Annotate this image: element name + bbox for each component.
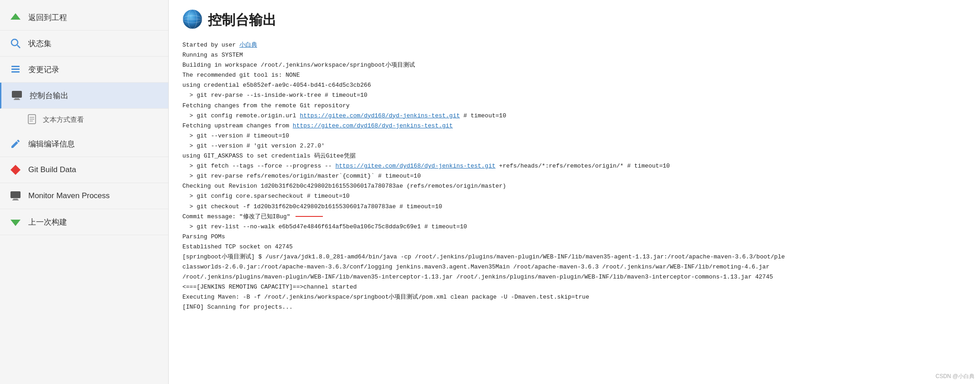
- console-line: [springboot小项目测试] $ /usr/java/jdk1.8.0_2…: [182, 252, 966, 262]
- watermark: CSDN @小白典: [935, 373, 975, 380]
- svg-rect-7: [15, 98, 19, 99]
- console-output: Started by user 小白典 Running as SYSTEM Bu…: [182, 40, 966, 313]
- console-line: Parsing POMs: [182, 232, 966, 242]
- console-line: Established TCP socket on 42745: [182, 242, 966, 252]
- sidebar-item-back-to-project[interactable]: 返回到工程: [0, 5, 168, 31]
- svg-rect-14: [10, 191, 21, 198]
- list-icon: [9, 63, 22, 76]
- sidebar-item-label: 文本方式查看: [43, 116, 84, 124]
- console-line: > git --version # 'git version 2.27.0': [182, 141, 966, 151]
- page-title: 控制台输出: [208, 11, 276, 30]
- sidebar-item-label: Monitor Maven Process: [28, 191, 110, 200]
- search-icon: [9, 37, 22, 50]
- diamond-red-icon: [9, 163, 22, 176]
- svg-rect-5: [11, 71, 20, 73]
- svg-rect-6: [12, 91, 22, 98]
- svg-rect-3: [11, 66, 20, 67]
- sidebar-item-edit-build-info[interactable]: 编辑编译信息: [0, 131, 168, 157]
- sidebar-item-label: 返回到工程: [28, 12, 67, 23]
- gitee-link-2[interactable]: https://gitee.com/dyd168/dyd-jenkins-tes…: [293, 122, 453, 129]
- svg-rect-4: [11, 68, 20, 70]
- console-line: /root/.jenkins/plugins/maven-plugin/WEB-…: [182, 272, 966, 282]
- user-link[interactable]: 小白典: [239, 42, 257, 48]
- console-line: Checking out Revision 1d20b31f62b0c42980…: [182, 181, 966, 191]
- console-line: [INFO] Scanning for projects...: [182, 302, 966, 312]
- svg-rect-16: [12, 200, 19, 200]
- console-line: Fetching changes from the remote Git rep…: [182, 101, 966, 111]
- sidebar-item-git-build-data[interactable]: Git Build Data: [0, 157, 168, 183]
- svg-marker-13: [10, 165, 21, 175]
- commit-arrow: [296, 216, 323, 217]
- sidebar-item-label: 状态集: [28, 38, 52, 49]
- globe-icon: [182, 9, 202, 31]
- svg-marker-17: [10, 220, 21, 226]
- console-line: > git rev-parse refs/remotes/origin/mast…: [182, 171, 966, 181]
- sidebar: 返回到工程 状态集 变更记录 控制: [0, 0, 169, 384]
- console-line: Executing Maven: -B -f /root/.jenkins/wo…: [182, 292, 966, 302]
- console-line: > git checkout -f 1d20b31f62b0c429802b16…: [182, 202, 966, 212]
- console-line: > git rev-list --no-walk e6b5d47e4846f61…: [182, 222, 966, 232]
- arrow-down-green-icon: [9, 216, 22, 228]
- console-line: > git rev-parse --is-inside-work-tree # …: [182, 90, 966, 100]
- sidebar-item-label: Git Build Data: [28, 165, 76, 174]
- gitee-link-1[interactable]: https://gitee.com/dyd168/dyd-jenkins-tes…: [300, 112, 460, 119]
- console-line: Building in workspace /root/.jenkins/wor…: [182, 60, 966, 70]
- arrow-up-green-icon: [9, 11, 22, 24]
- doc-icon: [27, 114, 36, 126]
- svg-rect-8: [14, 99, 20, 100]
- console-line: classworlds-2.6.0.jar:/root/apache-maven…: [182, 262, 966, 272]
- console-line: Running as SYSTEM: [182, 50, 966, 60]
- console-line: using GIT_ASKPASS to set credentials 码云G…: [182, 151, 966, 161]
- console-line: Started by user 小白典: [182, 40, 966, 50]
- console-line: <===[JENKINS REMOTING CAPACITY]==>channe…: [182, 282, 966, 292]
- sidebar-item-label: 控制台输出: [30, 90, 68, 101]
- page-title-container: 控制台输出: [182, 9, 966, 31]
- console-line: using credential e5b852ef-ae9c-4054-bd41…: [182, 80, 966, 90]
- monitor-icon: [10, 89, 23, 102]
- console-line: > git --version # timeout=10: [182, 131, 966, 141]
- main-content: 控制台输出 Started by user 小白典 Running as SYS…: [169, 0, 980, 384]
- svg-point-1: [11, 39, 18, 46]
- svg-marker-0: [10, 13, 21, 20]
- sidebar-item-last-build[interactable]: 上一次构建: [0, 209, 168, 235]
- pencil-icon: [9, 137, 22, 150]
- console-line: The recommended git tool is: NONE: [182, 70, 966, 80]
- console-line: > git config remote.origin.url https://g…: [182, 111, 966, 121]
- sidebar-item-monitor-maven[interactable]: Monitor Maven Process: [0, 183, 168, 209]
- sidebar-item-label: 变更记录: [28, 64, 59, 75]
- console-line: > git config core.sparsecheckout # timeo…: [182, 191, 966, 201]
- gitee-link-3[interactable]: https://gitee.com/dyd168/dyd-jenkins-tes…: [335, 163, 495, 169]
- sidebar-item-text-view[interactable]: 文本方式查看: [0, 109, 168, 131]
- sidebar-item-status-set[interactable]: 状态集: [0, 31, 168, 57]
- sidebar-item-console-output[interactable]: 控制台输出: [0, 83, 168, 109]
- console-line: Fetching upstream changes from https://g…: [182, 121, 966, 131]
- console-line: > git fetch --tags --force --progress --…: [182, 161, 966, 171]
- monitor-maven-icon: [9, 189, 22, 202]
- sidebar-item-change-log[interactable]: 变更记录: [0, 57, 168, 83]
- sidebar-item-label: 上一次构建: [28, 217, 67, 227]
- commit-message-line: Commit message: "修改了已知IBug": [182, 212, 966, 222]
- svg-rect-15: [13, 199, 18, 200]
- svg-line-2: [17, 45, 20, 48]
- sidebar-item-label: 编辑编译信息: [28, 139, 75, 149]
